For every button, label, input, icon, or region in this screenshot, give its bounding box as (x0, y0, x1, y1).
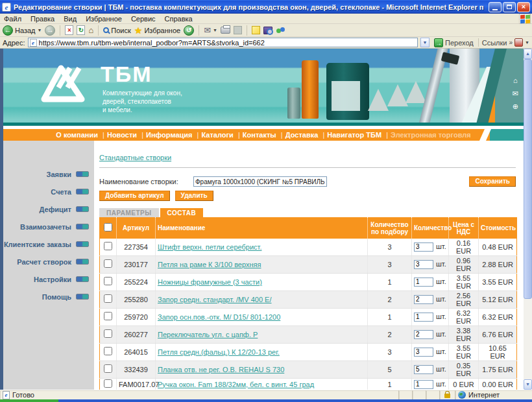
tab-parameters[interactable]: ПАРАМЕТРЫ (99, 208, 159, 217)
vertical-scrollbar[interactable]: ▲ ▼ (524, 49, 532, 390)
quantity-input[interactable] (414, 313, 433, 322)
links-chevron-icon[interactable]: » (509, 39, 513, 46)
component-link[interactable]: Запор средн. стандарт. /MV 400 Е/ (158, 296, 271, 303)
home-button[interactable]: ⌂ (88, 25, 93, 35)
qty-cell: шт. (412, 343, 449, 361)
favorites-button[interactable]: ★ Избранное (134, 25, 180, 36)
row-checkbox[interactable] (104, 259, 112, 268)
forward-button[interactable]: → (45, 25, 55, 36)
links-dropdown-icon[interactable]: ▼ (525, 40, 529, 45)
banner-home-icon[interactable]: ⌂ (513, 77, 518, 84)
menu-item[interactable]: Вид (64, 15, 77, 23)
article-cell: 260277 (117, 325, 156, 343)
banner-mail-icon[interactable]: ✉ (513, 90, 518, 97)
back-button[interactable]: ← Назад ▼ (3, 25, 42, 36)
print-button[interactable] (221, 27, 230, 34)
nav-item[interactable]: Каталоги (197, 131, 237, 139)
nav-item[interactable]: Новости (103, 131, 141, 139)
price-cell: 0.16 EUR (449, 239, 479, 256)
component-link[interactable]: Ножницы фрамужные (3 части) (158, 278, 262, 286)
quantity-input[interactable] (414, 365, 433, 374)
history-button[interactable]: ↺ (184, 25, 194, 36)
nav-item[interactable]: Информация (141, 131, 197, 139)
menu-item[interactable]: Справка (165, 15, 193, 23)
sidebar-item[interactable]: Клиентские заказы (3, 235, 94, 253)
menu-item[interactable]: Сервис (131, 15, 156, 23)
refresh-button[interactable]: ↻ (77, 25, 85, 35)
quantity-input[interactable] (414, 295, 433, 304)
row-checkbox[interactable] (104, 329, 112, 338)
breadcrumb-link[interactable]: Стандартные створки (99, 154, 171, 161)
quantity-input[interactable] (414, 242, 433, 252)
edit-button[interactable] (234, 26, 242, 34)
menu-item[interactable]: Избранное (86, 15, 122, 23)
delete-button[interactable]: Удалить (175, 191, 213, 201)
sidebar-item[interactable]: Настройки (3, 270, 94, 288)
component-link[interactable]: Ручка окон. Fam 188/32мм, бел. с винт. 4… (158, 381, 314, 388)
row-checkbox[interactable] (104, 312, 112, 320)
component-link[interactable]: Переключатель угл. с цапф. Р (158, 331, 258, 338)
nav-item[interactable]: Электронная торговля (386, 131, 476, 139)
quantity-input[interactable] (414, 260, 433, 269)
quantity-input[interactable] (414, 278, 433, 287)
add-article-button[interactable]: Добавить артикул (99, 191, 170, 201)
back-dropdown-icon[interactable]: ▼ (38, 28, 42, 32)
go-arrow-icon: → (434, 38, 443, 47)
address-input[interactable]: e https://www.tbm.ru/tbm-web/internal_po… (28, 38, 418, 47)
scroll-up-button[interactable]: ▲ (524, 49, 532, 59)
search-button[interactable]: Поиск (103, 27, 130, 34)
links-bar[interactable]: Ссылки » ▼ (478, 38, 529, 47)
nav-item[interactable]: Навигатор ТБМ (322, 131, 386, 139)
links-badge-icon[interactable] (514, 38, 523, 47)
stop-button[interactable]: × (65, 25, 73, 35)
component-link[interactable]: Планка отв. не рег. О.В. REHAU S 730 (158, 366, 284, 373)
scroll-down-button[interactable]: ▼ (524, 379, 532, 390)
address-dropdown-button[interactable]: ▼ (420, 38, 429, 47)
row-checkbox[interactable] (104, 379, 112, 388)
row-checkbox[interactable] (104, 242, 112, 250)
sash-name-input[interactable] (193, 176, 327, 187)
banner-right-panel (495, 49, 524, 126)
row-checkbox[interactable] (104, 364, 112, 373)
row-checkbox[interactable] (104, 294, 112, 303)
close-button[interactable]: × (517, 2, 530, 12)
component-link[interactable]: Запор осн.пов.-отк. М/ D15/ 801-1200 (158, 313, 280, 321)
tab-composition[interactable]: СОСТАВ (160, 208, 204, 217)
banner-globe-icon[interactable]: ⊕ (513, 103, 518, 110)
sidebar-item[interactable]: Счета (3, 183, 94, 200)
sidebar-item[interactable]: Помощь (3, 288, 94, 305)
taskbar-sliver[interactable] (0, 399, 532, 402)
mail-button[interactable]: ✉ ▼ (204, 25, 217, 35)
minimize-button[interactable] (489, 2, 502, 12)
go-button[interactable]: → Переход (432, 38, 476, 47)
mail-dropdown-icon[interactable]: ▼ (213, 28, 217, 32)
qty-selected-cell: 3 (368, 255, 412, 273)
nav-item[interactable]: Доставка (281, 131, 323, 139)
research-button[interactable] (263, 27, 272, 34)
article-cell: 332439 (117, 361, 156, 378)
quantity-input[interactable] (414, 380, 433, 389)
component-link[interactable]: Штифт верхн. петли серебрист. (158, 243, 261, 251)
quantity-input[interactable] (414, 348, 433, 357)
save-button[interactable]: Сохранить (469, 176, 516, 187)
scrollbar-thumb[interactable] (524, 59, 532, 299)
discuss-button[interactable] (252, 26, 260, 34)
nav-item[interactable]: Контакты (238, 131, 281, 139)
sidebar-item[interactable]: Заявки (3, 165, 94, 183)
component-link[interactable]: Петля на раме К 3/100 верхняя (158, 261, 261, 268)
sidebar-item[interactable]: Расчет створок (3, 253, 94, 270)
menu-item[interactable]: Файл (4, 15, 21, 23)
menu-item[interactable]: Правка (30, 15, 54, 23)
windows-logo-icon (519, 14, 531, 24)
select-all-checkbox[interactable] (104, 223, 112, 231)
nav-item[interactable]: О компании (51, 131, 103, 139)
messenger-button[interactable] (276, 26, 286, 35)
row-checkbox[interactable] (104, 347, 112, 355)
quantity-input[interactable] (414, 330, 433, 339)
row-checkbox[interactable] (104, 277, 112, 285)
component-link[interactable]: Петля средн.(фальц.) К 12/20-13 рег. (158, 348, 280, 356)
restore-button[interactable] (503, 2, 516, 12)
sidebar-item[interactable]: Дефицит (3, 200, 94, 218)
sidebar-item[interactable]: Взаимозачеты (3, 218, 94, 235)
price-cell: 0.35 EUR (449, 361, 479, 378)
